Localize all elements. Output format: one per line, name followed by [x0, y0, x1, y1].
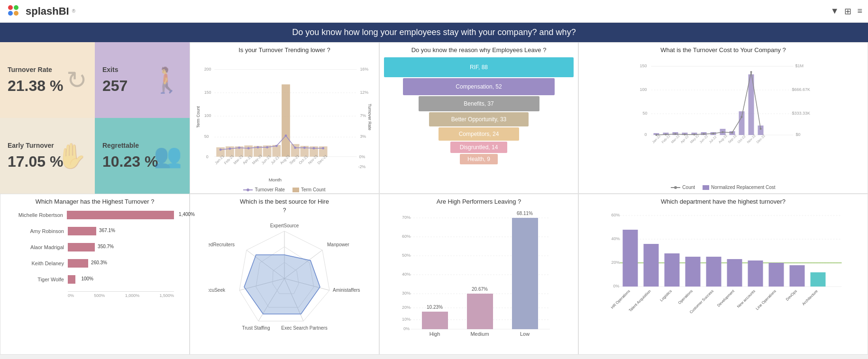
svg-point-40 — [294, 147, 296, 149]
menu-icon[interactable]: ≡ — [857, 6, 862, 17]
turnover-cost-chart: What is the Turnover Cost to Your Compan… — [578, 42, 868, 194]
manager-name-0: Michelle Robertson — [6, 212, 67, 218]
svg-text:Jul-22: Jul-22 — [708, 135, 717, 144]
dept-turnover-panel: Which department have the highest turnov… — [578, 194, 868, 355]
svg-text:Sep-22: Sep-22 — [727, 134, 738, 144]
svg-text:12%: 12% — [360, 90, 368, 95]
svg-text:200: 200 — [204, 67, 211, 72]
manager-bar-0: 1,400% — [67, 211, 174, 219]
svg-point-111 — [674, 186, 677, 189]
manager-turnover-title: Which Manager has the Highest Turnover ? — [6, 198, 183, 205]
svg-text:Trust Staffing: Trust Staffing — [242, 325, 270, 331]
svg-point-92 — [713, 133, 714, 135]
manager-row-1: Amy Robinson 367.1% — [68, 227, 174, 235]
svg-text:Line Operations: Line Operations — [755, 289, 777, 311]
svg-rect-27 — [282, 84, 290, 157]
svg-text:AccuSeek: AccuSeek — [209, 287, 226, 293]
manager-name-3: Keith Delaney — [6, 260, 68, 266]
svg-text:100: 100 — [640, 87, 647, 92]
svg-text:40%: 40% — [402, 272, 411, 277]
svg-text:High: High — [429, 331, 440, 337]
svg-text:0: 0 — [645, 132, 647, 137]
svg-text:150: 150 — [640, 63, 647, 68]
row1: Turnover Rate 21.38 % ↻ Exits 257 🚶 Earl… — [0, 42, 868, 194]
manager-turnover-panel: Which Manager has the Highest Turnover ?… — [0, 194, 190, 355]
svg-point-38 — [275, 145, 278, 147]
turnover-cost-title: What is the Turnover Cost to Your Compan… — [585, 46, 862, 54]
svg-marker-123 — [244, 255, 320, 314]
grid-icon[interactable]: ⊞ — [844, 6, 851, 17]
hp-bar-high — [422, 312, 448, 329]
svg-text:$666.67K: $666.67K — [792, 87, 811, 92]
svg-text:30%: 30% — [402, 291, 411, 296]
logo-icon — [6, 3, 23, 20]
svg-point-96 — [750, 71, 752, 73]
regrettable-icon: 👥 — [154, 143, 182, 169]
svg-text:0%: 0% — [403, 326, 410, 331]
svg-point-41 — [303, 147, 306, 149]
svg-text:Logistics: Logistics — [659, 289, 673, 302]
svg-text:Term Count: Term Count — [196, 106, 201, 128]
logo-text: splashBI — [26, 5, 69, 18]
dept-bar-1 — [644, 244, 659, 287]
svg-point-42 — [313, 147, 315, 150]
funnel-container: RIF, 88 Compensation, 52 Benefits, 37 Be… — [385, 57, 572, 164]
svg-rect-83 — [739, 111, 745, 135]
turnover-cost-svg: 150 100 50 0 $1M $666.67K $333.33K $0 — [585, 55, 862, 181]
manager-bar-label-2: 350.7% — [98, 244, 114, 249]
svg-text:Medium: Medium — [470, 331, 489, 337]
early-turnover-icon: ✋ — [56, 142, 87, 171]
leave-reason-chart: Do you know the reason why Employees Lea… — [379, 42, 578, 194]
turnover-trend-svg: 200 150 100 50 0 16% 12% 7% 3% 0% -2% — [196, 55, 373, 183]
turnover-trend-chart: Is your Turnover Trending lower ? 200 15… — [190, 42, 379, 194]
svg-text:Low: Low — [520, 331, 530, 337]
kpi-exits: Exits 257 🚶 — [95, 42, 190, 118]
svg-text:7%: 7% — [360, 113, 366, 118]
svg-text:Exec Search Partners: Exec Search Partners — [281, 325, 327, 331]
svg-point-34 — [238, 147, 240, 149]
manager-row-2: Alaor Madrigal 350.7% — [68, 243, 174, 251]
svg-point-87 — [665, 134, 667, 135]
dept-bar-9 — [811, 272, 826, 287]
manager-name-1: Amy Robinson — [6, 228, 68, 234]
turnover-rate-icon: ↻ — [66, 66, 87, 94]
manager-bar-label-1: 367.1% — [99, 228, 115, 233]
svg-point-97 — [760, 128, 762, 130]
manager-row-4: Tiger Wolfe 100% — [68, 275, 174, 284]
hire-source-subtitle: ? — [196, 207, 373, 214]
high-performers-title: Are High Performers Leaving ? — [385, 198, 572, 205]
legend-turnover-rate: Turnover Rate — [243, 187, 285, 192]
legend-norm-cost: Normalized Replacement Cost — [703, 185, 776, 190]
manager-chart: Michelle Robertson 1,400% Amy Robinson 3… — [6, 211, 183, 298]
svg-text:20%: 20% — [402, 305, 411, 310]
dept-bar-3 — [685, 257, 701, 287]
manager-bar-label-4: 100% — [81, 276, 93, 281]
dashboard-title: Do you know how long your employees stay… — [0, 23, 868, 42]
svg-rect-112 — [703, 185, 709, 190]
svg-point-1 — [14, 5, 18, 10]
svg-text:Oct-22: Oct-22 — [737, 135, 746, 144]
svg-text:100: 100 — [204, 113, 211, 118]
svg-text:Manpower: Manpower — [327, 242, 349, 247]
dept-bar-6 — [748, 260, 763, 287]
svg-text:40%: 40% — [612, 236, 620, 241]
svg-point-88 — [675, 133, 676, 135]
svg-text:0%: 0% — [359, 154, 365, 159]
filter-icon[interactable]: ▼ — [831, 6, 839, 17]
svg-text:Aug-22: Aug-22 — [718, 134, 728, 144]
high-performers-panel: Are High Performers Leaving ? 70% 60% 50… — [379, 194, 578, 355]
dept-bar-4 — [706, 257, 722, 287]
top-bar: splashBI ® ▼ ⊞ ≡ — [0, 0, 868, 23]
manager-bar-2: 350.7% — [68, 243, 95, 251]
svg-rect-61 — [292, 188, 299, 192]
svg-point-36 — [256, 146, 259, 149]
svg-text:SpeedRecruiters: SpeedRecruiters — [209, 242, 235, 247]
svg-text:-2%: -2% — [358, 164, 366, 169]
svg-text:$333.33K: $333.33K — [792, 111, 811, 116]
svg-text:Month: Month — [269, 177, 282, 182]
svg-text:Feb-22: Feb-22 — [661, 134, 671, 144]
svg-text:150: 150 — [204, 90, 211, 95]
svg-text:Development: Development — [716, 289, 735, 308]
svg-text:Mar-22: Mar-22 — [670, 134, 680, 144]
svg-text:ExpertSource: ExpertSource — [270, 223, 299, 228]
